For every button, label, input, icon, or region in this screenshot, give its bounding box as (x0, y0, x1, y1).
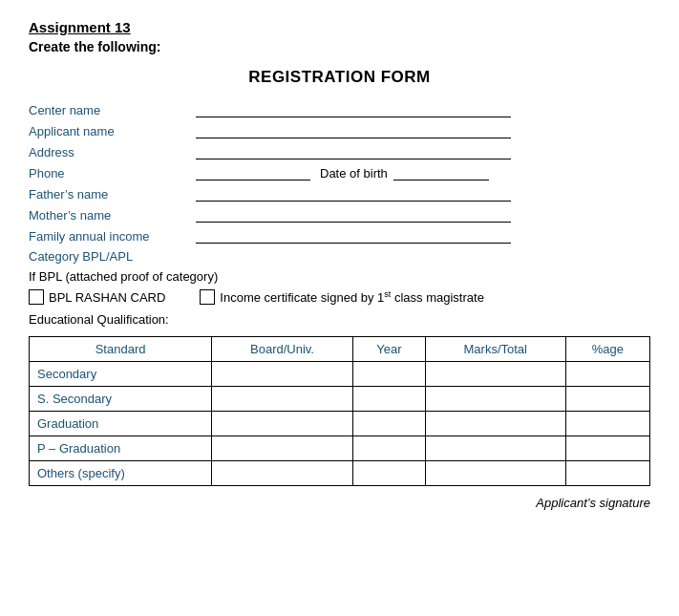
row-secondary-board[interactable] (212, 362, 353, 387)
applicant-name-input[interactable] (196, 123, 511, 138)
table-row: Graduation (30, 412, 650, 436)
row-ssecondary-board[interactable] (212, 387, 353, 412)
row-secondary-year[interactable] (352, 362, 425, 387)
table-row: P – Graduation (30, 436, 650, 461)
father-name-row: Father’s name (29, 186, 650, 202)
row-ssecondary-pct[interactable] (565, 387, 649, 412)
income-cert-label: Income certificate signed by 1st class m… (220, 289, 484, 305)
col-year: Year (352, 337, 425, 362)
signature-row: Applicant’s signature (29, 496, 650, 510)
row-pgraduation-marks[interactable] (425, 436, 565, 461)
center-name-label: Center name (29, 103, 196, 117)
row-ssecondary-label: S. Secondary (30, 387, 212, 412)
checkbox-row: BPL RASHAN CARD Income certificate signe… (29, 289, 650, 305)
father-name-label: Father’s name (29, 187, 196, 202)
center-name-input[interactable] (196, 102, 511, 117)
family-income-label: Family annual income (29, 229, 196, 244)
if-bpl-row: If BPL (attached proof of category) (29, 269, 650, 284)
bpl-rashan-checkbox[interactable] (29, 289, 44, 305)
applicant-name-label: Applicant name (29, 124, 196, 138)
row-pgraduation-pct[interactable] (565, 436, 649, 461)
father-name-input[interactable] (196, 186, 511, 202)
family-income-input[interactable] (196, 228, 511, 244)
row-graduation-pct[interactable] (565, 412, 649, 436)
table-header-row: Standard Board/Univ. Year Marks/Total %a… (30, 337, 650, 362)
mother-name-row: Mother’s name (29, 207, 650, 223)
bpl-rashan-checkbox-item: BPL RASHAN CARD (29, 289, 165, 305)
row-secondary-pct[interactable] (565, 362, 649, 387)
bpl-rashan-label: BPL RASHAN CARD (49, 290, 165, 305)
category-label: Category BPL/APL (29, 249, 196, 264)
phone-dob-row: Phone Date of birth (29, 165, 650, 181)
center-name-row: Center name (29, 102, 650, 117)
row-graduation-label: Graduation (30, 412, 212, 436)
col-board: Board/Univ. (212, 337, 353, 362)
row-others-board[interactable] (212, 461, 353, 486)
col-percentage: %age (565, 337, 649, 362)
row-secondary-marks[interactable] (425, 362, 565, 387)
address-input[interactable] (196, 144, 511, 159)
income-cert-checkbox[interactable] (200, 289, 215, 305)
mother-name-label: Mother’s name (29, 208, 196, 223)
col-marks: Marks/Total (425, 337, 565, 362)
form-title: REGISTRATION FORM (29, 68, 650, 87)
row-others-label: Others (specify) (30, 461, 212, 486)
edu-qualification-label: Educational Qualification: (29, 312, 650, 327)
table-row: Others (specify) (30, 461, 650, 486)
create-label: Create the following: (29, 39, 650, 54)
dob-input[interactable] (393, 165, 489, 181)
mother-name-input[interactable] (196, 207, 511, 223)
row-ssecondary-marks[interactable] (425, 387, 565, 412)
row-ssecondary-year[interactable] (352, 387, 425, 412)
edu-table: Standard Board/Univ. Year Marks/Total %a… (29, 336, 650, 486)
row-secondary-label: Secondary (30, 362, 212, 387)
row-graduation-board[interactable] (212, 412, 353, 436)
phone-label: Phone (29, 166, 196, 181)
row-graduation-year[interactable] (352, 412, 425, 436)
col-standard: Standard (30, 337, 212, 362)
row-others-pct[interactable] (565, 461, 649, 486)
row-others-year[interactable] (352, 461, 425, 486)
dob-label: Date of birth (320, 166, 388, 181)
address-row: Address (29, 144, 650, 159)
table-row: S. Secondary (30, 387, 650, 412)
income-cert-checkbox-item: Income certificate signed by 1st class m… (200, 289, 484, 305)
table-row: Secondary (30, 362, 650, 387)
row-graduation-marks[interactable] (425, 412, 565, 436)
signature-label: Applicant’s signature (536, 496, 650, 510)
assignment-title: Assignment 13 (29, 19, 650, 35)
address-label: Address (29, 145, 196, 159)
row-pgraduation-board[interactable] (212, 436, 353, 461)
row-others-marks[interactable] (425, 461, 565, 486)
applicant-name-row: Applicant name (29, 123, 650, 138)
phone-input[interactable] (196, 165, 310, 181)
row-pgraduation-label: P – Graduation (30, 436, 212, 461)
if-bpl-label: If BPL (attached proof of category) (29, 269, 218, 284)
family-income-row: Family annual income (29, 228, 650, 244)
category-row: Category BPL/APL (29, 249, 650, 264)
row-pgraduation-year[interactable] (352, 436, 425, 461)
